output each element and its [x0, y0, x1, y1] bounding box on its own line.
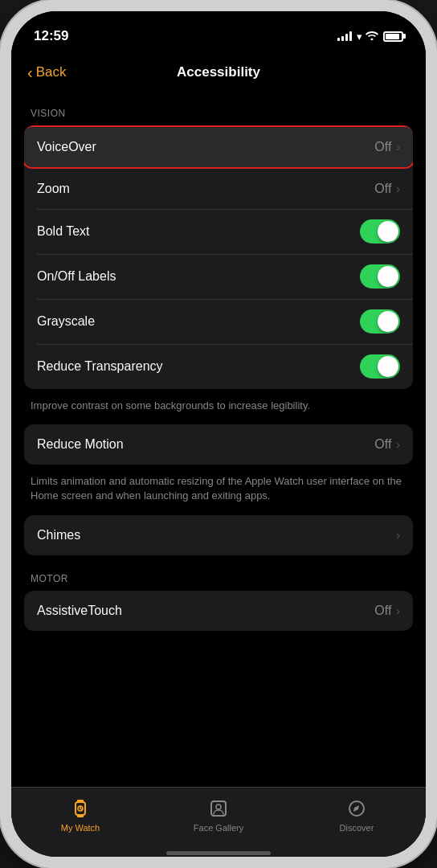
chimes-label: Chimes	[37, 528, 80, 542]
notch	[166, 11, 271, 34]
svg-point-8	[216, 805, 221, 809]
reducetransparency-toggle[interactable]	[360, 354, 400, 379]
reducemotion-chevron-icon: ›	[396, 438, 400, 451]
tab-discover[interactable]: Discover	[288, 794, 426, 833]
chimes-value: ›	[396, 529, 400, 542]
onofflabels-toggle-knob	[378, 266, 398, 287]
reducetransparency-toggle-knob	[378, 356, 398, 377]
reducetransparency-label: Reduce Transparency	[37, 359, 163, 374]
facegallery-tab-label: Face Gallery	[194, 823, 243, 833]
vision-settings-group: VoiceOver Off › Zoom Off ›	[24, 125, 413, 389]
zoom-label: Zoom	[37, 182, 70, 196]
reducemotion-row[interactable]: Reduce Motion Off ›	[24, 424, 413, 465]
status-icons: ▾⁠	[337, 31, 403, 43]
discover-icon	[345, 797, 368, 820]
boldtext-label: Bold Text	[37, 224, 90, 239]
grayscale-toggle[interactable]	[360, 309, 400, 334]
vision-section-label: VISION	[24, 93, 413, 125]
nav-bar: ‹ Back Accessibility	[11, 51, 426, 93]
boldtext-toggle[interactable]	[360, 219, 400, 244]
voiceover-chevron-icon: ›	[396, 141, 400, 154]
vision-description: Improve contrast on some backgrounds to …	[24, 392, 413, 424]
voiceover-row[interactable]: VoiceOver Off ›	[24, 127, 413, 167]
mywatch-icon	[69, 797, 92, 820]
chimes-settings-group: Chimes ›	[24, 515, 413, 555]
voiceover-highlight: VoiceOver Off ›	[24, 125, 413, 169]
reducemotion-value: Off ›	[374, 437, 400, 452]
svg-rect-2	[77, 800, 84, 802]
chimes-row[interactable]: Chimes ›	[24, 515, 413, 555]
reducetransparency-row[interactable]: Reduce Transparency	[24, 344, 413, 389]
voiceover-label: VoiceOver	[37, 140, 96, 154]
assistivetouch-chevron-icon: ›	[396, 604, 400, 617]
phone-screen: 12:59 ▾⁠ ‹	[11, 11, 426, 857]
boldtext-row[interactable]: Bold Text	[24, 209, 413, 254]
svg-line-6	[80, 809, 82, 810]
settings-content: VISION VoiceOver Off › Zoom	[11, 93, 426, 787]
tab-bar: My Watch Face Gallery	[11, 787, 426, 853]
tab-mywatch[interactable]: My Watch	[11, 794, 149, 833]
zoom-status: Off	[374, 182, 391, 196]
grayscale-label: Grayscale	[37, 314, 95, 329]
svg-marker-10	[353, 805, 359, 812]
wifi-icon: ▾⁠	[357, 31, 378, 43]
home-bar	[166, 851, 271, 855]
chimes-chevron-icon: ›	[396, 529, 400, 542]
back-button[interactable]: ‹ Back	[27, 64, 66, 80]
zoom-chevron-icon: ›	[396, 182, 400, 195]
home-indicator	[11, 853, 426, 857]
reducemotion-status: Off	[374, 437, 391, 452]
assistivetouch-value: Off ›	[374, 604, 400, 618]
voiceover-status: Off	[374, 140, 391, 154]
mywatch-tab-label: My Watch	[61, 823, 100, 833]
grayscale-toggle-knob	[378, 311, 398, 332]
assistivetouch-row[interactable]: AssistiveTouch Off ›	[24, 591, 413, 631]
onofflabels-toggle[interactable]	[360, 264, 400, 289]
assistivetouch-label: AssistiveTouch	[37, 604, 122, 618]
status-time: 12:59	[34, 28, 68, 44]
svg-point-0	[371, 38, 374, 40]
voiceover-value: Off ›	[374, 140, 400, 154]
battery-icon	[383, 31, 403, 42]
page-title: Accessibility	[177, 64, 260, 80]
onofflabels-label: On/Off Labels	[37, 269, 116, 284]
onofflabels-row[interactable]: On/Off Labels	[24, 254, 413, 299]
facegallery-icon	[207, 797, 230, 820]
back-chevron-icon: ‹	[27, 64, 33, 80]
reducemotion-label: Reduce Motion	[37, 437, 124, 452]
motor-settings-group: AssistiveTouch Off ›	[24, 591, 413, 631]
zoom-value: Off ›	[374, 182, 400, 196]
motion-description: Limits animation and automatic resizing …	[24, 468, 413, 514]
motion-settings-group: Reduce Motion Off ›	[24, 424, 413, 465]
grayscale-row[interactable]: Grayscale	[24, 299, 413, 344]
motor-section-label: MOTOR	[24, 559, 413, 591]
assistivetouch-status: Off	[374, 604, 391, 618]
boldtext-toggle-knob	[378, 221, 398, 242]
tab-facegallery[interactable]: Face Gallery	[149, 794, 288, 833]
signal-icon	[337, 31, 352, 41]
discover-tab-label: Discover	[340, 823, 374, 833]
zoom-row[interactable]: Zoom Off ›	[24, 169, 413, 209]
phone-frame: 12:59 ▾⁠ ‹	[0, 0, 437, 868]
back-label: Back	[36, 64, 67, 80]
svg-rect-3	[77, 815, 84, 817]
